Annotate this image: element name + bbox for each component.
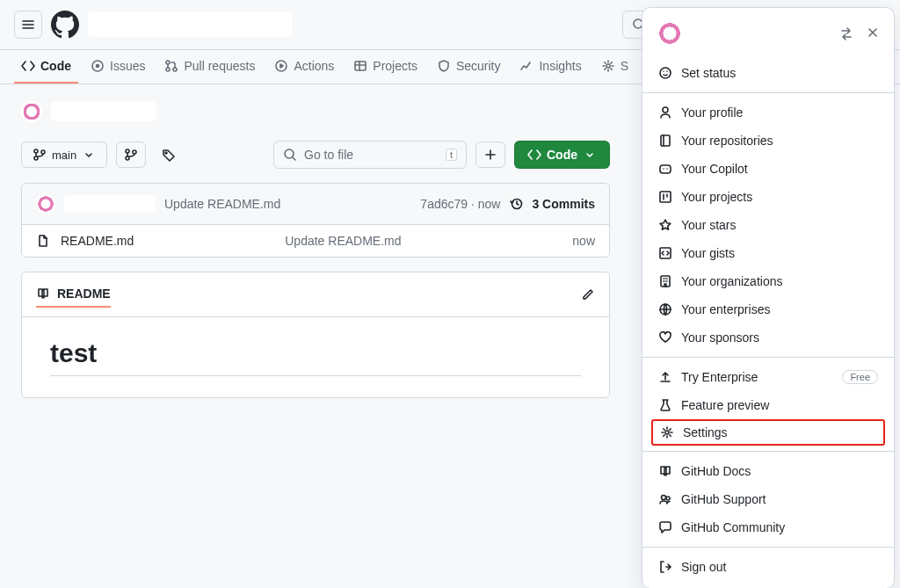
menu-set-status[interactable]: Set status <box>642 59 894 87</box>
menu-orgs-label: Your organizations <box>681 274 782 288</box>
code-icon <box>21 59 35 73</box>
caret-down-icon <box>82 148 96 162</box>
panel-avatar[interactable] <box>657 20 683 47</box>
menu-orgs[interactable]: Your organizations <box>642 267 894 295</box>
menu-docs[interactable]: GitHub Docs <box>642 457 894 485</box>
tab-projects[interactable]: Projects <box>346 50 425 83</box>
pencil-icon[interactable] <box>581 287 595 301</box>
commit-message[interactable]: Update README.md <box>164 197 280 211</box>
menu-preview-label: Feature preview <box>681 398 769 412</box>
avatar[interactable] <box>21 101 42 122</box>
pull-request-icon <box>164 59 178 73</box>
menu-toggle[interactable] <box>14 11 42 39</box>
menu-gists-label: Your gists <box>681 246 735 260</box>
menu-projects[interactable]: Your projects <box>642 183 894 211</box>
free-badge: Free <box>842 370 878 384</box>
code-button[interactable]: Code <box>514 141 610 169</box>
person-icon <box>658 105 672 120</box>
goto-placeholder: Go to file <box>304 148 353 162</box>
github-logo[interactable] <box>51 11 79 39</box>
tab-projects-label: Projects <box>373 59 417 73</box>
menu-settings[interactable]: Settings <box>660 425 876 439</box>
menu-copilot-label: Your Copilot <box>681 162 748 176</box>
readme-box: README test <box>21 272 610 398</box>
tab-security[interactable]: Security <box>430 50 508 83</box>
menu-sponsors[interactable]: Your sponsors <box>642 323 894 352</box>
copilot-icon <box>658 162 672 176</box>
menu-try-ent-label: Try Enterprise <box>681 370 758 384</box>
tab-insights[interactable]: Insights <box>512 50 588 83</box>
globe-icon <box>658 302 672 316</box>
branch-icon <box>124 148 138 162</box>
issues-icon <box>91 59 105 73</box>
menu-settings-label: Settings <box>683 425 728 439</box>
menu-feature-preview[interactable]: Feature preview <box>642 391 894 419</box>
tab-pulls[interactable]: Pull requests <box>157 50 262 83</box>
menu-community[interactable]: GitHub Community <box>642 513 894 541</box>
separator <box>642 451 894 452</box>
commits-count[interactable]: 3 Commits <box>532 197 595 211</box>
menu-support[interactable]: GitHub Support <box>642 485 894 513</box>
menu-sponsors-label: Your sponsors <box>681 330 759 345</box>
branches-button[interactable] <box>116 142 146 168</box>
code-icon <box>527 148 541 162</box>
history-icon <box>509 197 523 211</box>
star-icon <box>658 218 672 232</box>
upload-icon <box>658 370 672 384</box>
user-menu-panel: Set status Your profile Your repositorie… <box>642 7 895 588</box>
file-row[interactable]: README.md Update README.md now <box>22 225 609 257</box>
repo-path-redacted <box>88 12 292 37</box>
project-icon <box>658 190 672 204</box>
svg-rect-26 <box>660 192 671 202</box>
menu-signout[interactable]: Sign out <box>642 553 894 581</box>
readme-heading: test <box>50 338 581 376</box>
readme-tab-label: README <box>57 287 111 301</box>
plus-icon <box>483 148 497 162</box>
menu-profile-label: Your profile <box>681 105 743 120</box>
branch-icon <box>33 148 47 162</box>
tab-issues-label: Issues <box>110 59 145 73</box>
tab-issues[interactable]: Issues <box>83 50 152 83</box>
file-when: now <box>572 234 595 248</box>
beaker-icon <box>658 398 672 412</box>
menu-try-enterprise[interactable]: Try EnterpriseFree <box>642 363 894 391</box>
tags-button[interactable] <box>155 142 183 168</box>
branch-select[interactable]: main <box>21 142 107 168</box>
code-square-icon <box>658 246 672 260</box>
svg-point-23 <box>660 68 671 78</box>
menu-projects-label: Your projects <box>681 190 752 204</box>
readme-tab[interactable]: README <box>36 281 111 308</box>
menu-enterprises[interactable]: Your enterprises <box>642 295 894 323</box>
settings-highlight: Settings <box>651 419 885 446</box>
commit-avatar[interactable] <box>36 194 55 214</box>
add-file-button[interactable] <box>475 142 505 168</box>
file-commit-msg: Update README.md <box>285 234 401 248</box>
play-icon <box>274 59 288 73</box>
menu-copilot[interactable]: Your Copilot <box>642 155 894 183</box>
search-icon <box>283 148 297 162</box>
menu-gists[interactable]: Your gists <box>642 239 894 267</box>
tab-actions[interactable]: Actions <box>267 50 341 83</box>
close-icon[interactable] <box>866 26 880 40</box>
tab-code[interactable]: Code <box>14 50 78 83</box>
menu-community-label: GitHub Community <box>681 520 785 534</box>
tab-code-label: Code <box>40 59 71 73</box>
tab-settings-label: S <box>621 59 628 73</box>
tab-settings-partial[interactable]: S <box>594 50 635 83</box>
commit-meta[interactable]: 7ad6c79 · now <box>420 197 500 211</box>
menu-stars[interactable]: Your stars <box>642 211 894 239</box>
heart-icon <box>658 330 672 345</box>
goto-file-input[interactable]: Go to file t <box>273 141 467 169</box>
file-icon <box>36 234 50 248</box>
svg-point-31 <box>662 496 666 500</box>
book-icon <box>658 464 672 478</box>
gear-icon <box>660 425 674 439</box>
menu-profile[interactable]: Your profile <box>642 98 894 127</box>
menu-repos[interactable]: Your repositories <box>642 127 894 155</box>
repo-icon <box>658 134 672 148</box>
svg-rect-7 <box>355 62 366 70</box>
switch-icon[interactable] <box>839 26 853 40</box>
file-list: Update README.md 7ad6c79 · now 3 Commits… <box>21 183 610 258</box>
graph-icon <box>519 59 533 73</box>
book-icon <box>36 287 50 301</box>
